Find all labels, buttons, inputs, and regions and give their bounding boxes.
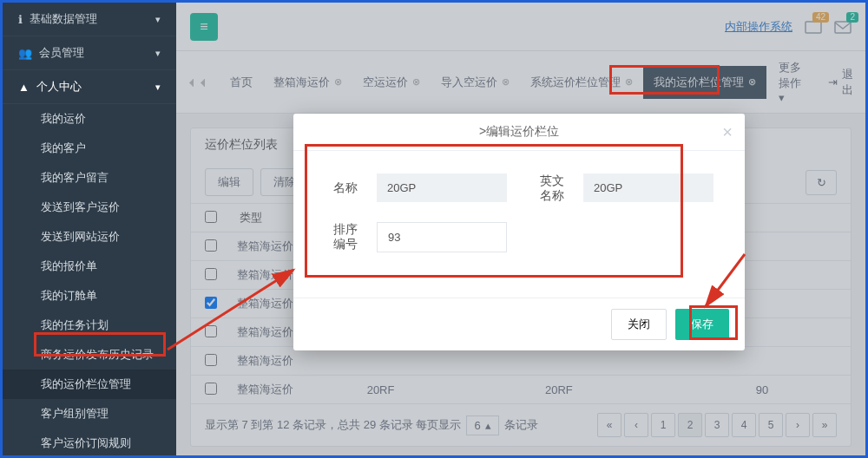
chevron-down-icon: ▾	[155, 48, 161, 59]
sidebar-group-label: 个人中心	[36, 79, 82, 95]
close-icon[interactable]: ×	[722, 122, 733, 142]
sidebar-item[interactable]: 发送到网站运价	[3, 222, 176, 252]
field-label-name: 名称	[319, 180, 358, 196]
chevron-down-icon: ▾	[155, 82, 161, 93]
sidebar-item[interactable]: 我的运价	[3, 104, 176, 134]
sidebar-group-label: 基础数据管理	[30, 11, 97, 27]
modal-save-button[interactable]: 保存	[675, 309, 729, 340]
sidebar-group-label: 会员管理	[39, 45, 84, 61]
sidebar-item[interactable]: 我的客户	[3, 134, 176, 163]
modal-close-button[interactable]: 关闭	[611, 309, 667, 340]
user-icon: ▲	[18, 81, 30, 94]
sidebar-item[interactable]: 客户运价订阅规则	[3, 429, 176, 458]
sidebar: ℹ 基础数据管理 ▾ 👥 会员管理 ▾ ▲ 个人中心 ▾ 我的运价我的客户我的客…	[3, 3, 176, 455]
modal-header: >编辑运价栏位 ×	[293, 114, 745, 151]
sidebar-subitems: 我的运价我的客户我的客户留言发送到客户运价发送到网站运价我的报价单我的订舱单我的…	[3, 104, 176, 458]
modal-title: >编辑运价栏位	[479, 124, 559, 138]
sidebar-item[interactable]: 发送到客户运价	[3, 193, 176, 222]
edit-modal: >编辑运价栏位 × 名称 英文 名称 排序 编号 关闭 保存	[293, 114, 745, 350]
sidebar-group-basic-data[interactable]: ℹ 基础数据管理 ▾	[3, 3, 176, 36]
name-input[interactable]	[377, 173, 507, 202]
sidebar-item[interactable]: 我的任务计划	[3, 311, 176, 340]
sidebar-item[interactable]: 我的报价单	[3, 252, 176, 281]
info-icon: ℹ	[18, 13, 23, 26]
sidebar-item[interactable]: 我的订舱单	[3, 281, 176, 311]
users-icon: 👥	[18, 47, 32, 60]
sidebar-group-members[interactable]: 👥 会员管理 ▾	[3, 36, 176, 70]
sidebar-item[interactable]: 我的客户留言	[3, 163, 176, 193]
sidebar-item[interactable]: 客户组别管理	[3, 399, 176, 429]
field-label-ename: 英文 名称	[526, 173, 564, 203]
sidebar-item[interactable]: 我的运价栏位管理	[3, 370, 176, 399]
sidebar-item[interactable]: 商务运价发布历史记录	[3, 340, 176, 370]
chevron-down-icon: ▾	[155, 14, 161, 25]
sidebar-group-personal[interactable]: ▲ 个人中心 ▾	[3, 70, 176, 104]
ename-input[interactable]	[583, 173, 713, 202]
field-label-sort: 排序 编号	[319, 222, 358, 252]
sort-input[interactable]	[377, 222, 507, 252]
